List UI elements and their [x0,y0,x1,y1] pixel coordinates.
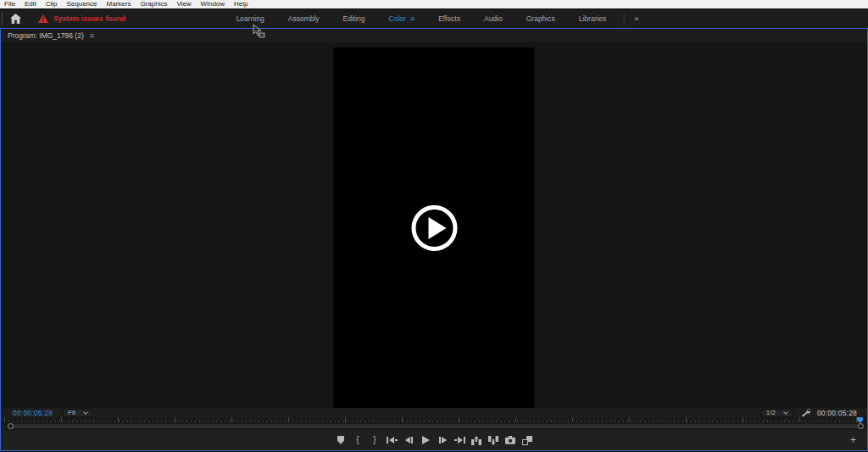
mini-time-ruler[interactable] [1,417,867,423]
transport-controls: { } [1,430,867,450]
mark-out-button[interactable]: } [370,433,381,447]
go-to-out-icon [458,437,463,444]
chevron-down-icon [783,410,788,415]
workspace-tab-label: Editing [343,14,365,23]
duration-timecode: 00:00:05:28 [817,409,857,417]
go-to-in-icon [387,437,388,444]
workspace-tab-label: Audio [484,14,503,23]
menu-file[interactable]: File [4,0,15,8]
playback-resolution-value: 1/2 [766,409,776,416]
chevron-down-icon [83,410,88,415]
home-icon [10,14,21,24]
go-to-out-button[interactable] [454,433,465,447]
workspace-tab-assembly[interactable]: Assembly [276,9,331,28]
panel-menu-icon[interactable]: ≡ [90,31,94,40]
menu-graphics[interactable]: Graphics [140,0,167,8]
premiere-pro-window: File Edit Clip Sequence Markers Graphics… [0,0,868,452]
step-back-icon [411,437,413,444]
home-button[interactable] [6,11,25,26]
workspace-tab-bar: Learning Assembly Editing Color ≡ Effect… [225,9,644,28]
wrench-icon [801,408,810,417]
mark-out-icon: } [373,436,376,444]
position-timecode[interactable]: 00:00:05:28 [13,409,53,417]
program-panel-tab[interactable]: Program: IMG_1786 (2) [8,31,84,40]
step-forward-icon [439,437,441,444]
warning-icon [38,14,48,23]
system-issues-label: System issues found [53,14,125,23]
comparison-view-button[interactable] [522,433,533,447]
program-monitor-viewport [1,42,867,408]
workspace-tab-label: Learning [236,14,264,23]
menu-view[interactable]: View [176,0,191,8]
workspace-tab-libraries[interactable]: Libraries [567,9,619,28]
workspace-overflow-divider [623,14,624,25]
play-overlay-icon [428,217,446,239]
app-menu-bar: File Edit Clip Sequence Markers Graphics… [0,0,868,9]
menu-clip[interactable]: Clip [46,0,58,8]
zoom-scrollbar[interactable] [1,423,867,430]
button-editor-button[interactable]: + [850,434,856,446]
workspace-tab-graphics[interactable]: Graphics [515,9,567,28]
go-to-out-icon [454,439,457,441]
workspace-tab-color[interactable]: Color ≡ [377,9,427,28]
zoom-level-value: Fit [68,409,75,416]
settings-button[interactable] [801,408,810,417]
play-icon [422,436,430,444]
workspace-overflow-button[interactable]: » [629,14,643,23]
step-back-icon [405,437,410,444]
menu-markers[interactable]: Markers [107,0,131,8]
workspace-tab-label: Libraries [579,14,607,23]
workspace-tab-effects[interactable]: Effects [426,9,472,28]
step-forward-button[interactable] [437,433,448,447]
workspace-tab-editing[interactable]: Editing [331,9,377,28]
workspace-tab-label: Effects [438,14,460,23]
comparison-view-icon [522,436,532,445]
mark-in-icon: { [356,436,359,444]
mark-in-button[interactable]: { [353,433,364,447]
menu-edit[interactable]: Edit [25,0,36,8]
menu-sequence[interactable]: Sequence [66,0,97,8]
header-divider [2,12,3,25]
program-monitor-panel: Program: IMG_1786 (2) ≡ 00:00:05:28 Fit … [0,28,868,451]
menu-window[interactable]: Window [201,0,225,8]
playback-resolution-select[interactable]: 1/2 [761,409,793,417]
zoom-scrollbar-track[interactable] [9,424,862,428]
workspace-tab-label: Assembly [288,14,320,23]
extract-icon [488,436,498,445]
go-to-in-icon [389,437,394,444]
ruler-major-ticks [4,417,864,422]
workspace-tab-learning[interactable]: Learning [225,9,276,28]
step-back-button[interactable] [403,433,415,447]
export-frame-button[interactable] [505,433,516,447]
play-button[interactable] [420,433,431,447]
play-overlay-button[interactable] [411,205,457,251]
workspace-tab-audio[interactable]: Audio [472,9,515,28]
zoom-scrollbar-right-handle[interactable] [858,423,864,429]
workspace-menu-icon[interactable]: ≡ [410,14,415,23]
add-marker-button[interactable] [336,433,347,447]
marker-icon [337,436,345,444]
program-panel-tab-bar: Program: IMG_1786 (2) ≡ [1,29,867,42]
go-to-in-button[interactable] [387,433,398,447]
zoom-level-select[interactable]: Fit [63,409,92,417]
app-header: System issues found Learning Assembly Ed… [0,9,868,28]
workspace-tab-label: Color [389,14,406,23]
camera-icon [505,436,515,444]
step-forward-icon [442,437,447,444]
menu-help[interactable]: Help [234,0,248,8]
lift-button[interactable] [471,433,482,447]
workspace-tab-label: Graphics [526,14,555,23]
monitor-controls-row: 00:00:05:28 Fit 1/2 00:00:05:28 [1,408,867,417]
zoom-scrollbar-left-handle[interactable] [8,423,14,429]
video-frame [334,47,535,408]
lift-icon [471,436,481,445]
extract-button[interactable] [488,433,499,447]
go-to-in-icon [395,439,398,441]
system-issues-button[interactable]: System issues found [38,14,125,23]
go-to-out-icon [464,437,465,444]
